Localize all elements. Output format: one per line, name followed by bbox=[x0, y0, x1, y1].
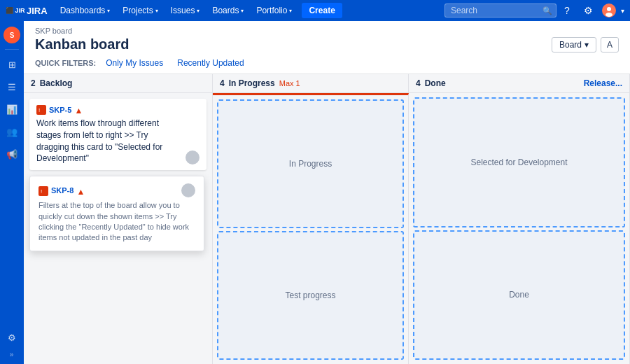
page-title-row: Kanban board Board ▾ A bbox=[35, 36, 619, 52]
inprogress-max: Max 1 bbox=[279, 79, 300, 88]
done-column: Selected for Development Done bbox=[409, 93, 630, 364]
card-skp8-tooltip[interactable]: ! SKP-8 ▲ Filters at the top of the boar… bbox=[29, 176, 204, 251]
card-id-row: ! SKP-8 ▲ bbox=[38, 183, 195, 197]
nav-projects[interactable]: Projects ▾ bbox=[117, 3, 163, 18]
search-input[interactable] bbox=[444, 4, 556, 18]
nav-boards[interactable]: Boards ▾ bbox=[206, 3, 249, 18]
done-count: 4 bbox=[416, 78, 421, 88]
sidebar-avatar[interactable]: S bbox=[4, 27, 20, 43]
settings-icon: ⚙ bbox=[584, 5, 593, 16]
top-navigation: ⬛ JIRA JIRA Dashboards ▾ Projects ▾ Issu… bbox=[0, 0, 630, 21]
backlog-column: ! SKP-5 ▲ Work items flow through differ… bbox=[24, 93, 213, 364]
search-icon: 🔍 bbox=[542, 6, 552, 15]
chevron-down-icon: ▾ bbox=[621, 7, 624, 15]
issue-type-icon: ! bbox=[38, 186, 48, 196]
inprogress-label: In Progress bbox=[229, 78, 275, 88]
card-id-row: ! SKP-5 ▲ bbox=[36, 104, 200, 115]
sidebar-expand[interactable]: » bbox=[10, 351, 15, 358]
svg-point-2 bbox=[607, 7, 611, 11]
done-inner: Selected for Development Done bbox=[409, 93, 629, 364]
done-column-header: 4 Done Release... bbox=[409, 74, 630, 92]
settings-button[interactable]: ⚙ bbox=[579, 1, 597, 20]
sidebar-item-home[interactable]: ⊞ bbox=[3, 55, 21, 74]
filter-recently-updated[interactable]: Recently Updated bbox=[173, 57, 248, 69]
card-text: Work items flow through different stages… bbox=[36, 118, 181, 164]
quick-filters-label: QUICK FILTERS: bbox=[35, 59, 96, 67]
done-label: Done bbox=[425, 78, 446, 88]
sidebar-item-announce[interactable]: 📢 bbox=[3, 145, 21, 163]
backlog-column-header: 2 Backlog bbox=[24, 74, 213, 92]
quick-filters-bar: QUICK FILTERS: Only My Issues Recently U… bbox=[24, 52, 630, 74]
nav-right-controls: ? ⚙ ▾ bbox=[558, 1, 624, 20]
chevron-down-icon: ▾ bbox=[584, 40, 589, 50]
inprogress-top-label: In Progress bbox=[289, 159, 332, 169]
card-issue-id: SKP-8 bbox=[51, 186, 74, 195]
chevron-down-icon: ▾ bbox=[155, 8, 158, 14]
card-avatar bbox=[181, 183, 195, 197]
board-columns: ! SKP-5 ▲ Work items flow through differ… bbox=[24, 93, 630, 364]
kanban-board: 2 Backlog 4 In Progress Max 1 4 Done Rel… bbox=[24, 74, 630, 364]
chevron-down-icon: ▾ bbox=[241, 8, 244, 14]
done-top-label: Selected for Development bbox=[470, 158, 567, 167]
card-issue-id: SKP-5 bbox=[49, 106, 71, 114]
inprogress-column-header: 4 In Progress Max 1 bbox=[213, 74, 409, 92]
priority-icon: ▲ bbox=[76, 187, 85, 195]
sidebar-separator bbox=[5, 49, 19, 50]
chevron-down-icon: ▾ bbox=[197, 8, 200, 14]
column-headers: 2 Backlog 4 In Progress Max 1 4 Done Rel… bbox=[24, 74, 630, 93]
create-button[interactable]: Create bbox=[302, 3, 342, 18]
inprogress-column: In Progress Test progress bbox=[213, 93, 409, 364]
announce-icon: 📢 bbox=[6, 149, 18, 160]
release-link[interactable]: Release... bbox=[584, 78, 622, 88]
filter-my-issues[interactable]: Only My Issues bbox=[102, 57, 167, 69]
card-avatar bbox=[186, 150, 200, 164]
svg-text:!: ! bbox=[41, 188, 42, 195]
home-icon: ⊞ bbox=[8, 59, 16, 70]
nav-portfolio[interactable]: Portfolio ▾ bbox=[251, 3, 298, 18]
sidebar-bottom: ⚙ » bbox=[3, 328, 21, 358]
done-bottom-label: Done bbox=[509, 290, 529, 300]
done-zone-top[interactable]: Selected for Development bbox=[413, 97, 625, 227]
sidebar-item-board[interactable]: ☰ bbox=[3, 78, 21, 96]
nav-issues[interactable]: Issues ▾ bbox=[165, 3, 206, 18]
help-icon: ? bbox=[564, 5, 570, 16]
chevron-down-icon: ▾ bbox=[289, 8, 292, 14]
logo-text: JIRA bbox=[27, 6, 48, 16]
left-sidebar: S ⊞ ☰ 📊 👥 📢 ⚙ » bbox=[0, 21, 24, 364]
user-avatar[interactable] bbox=[600, 1, 618, 20]
priority-icon: ▲ bbox=[74, 106, 83, 114]
sidebar-item-people[interactable]: 👥 bbox=[3, 122, 21, 141]
inprogress-count: 4 bbox=[220, 78, 225, 88]
search-wrapper: 🔍 bbox=[444, 4, 556, 18]
done-zone-bottom[interactable]: Done bbox=[413, 230, 625, 360]
inprogress-inner: In Progress Test progress bbox=[213, 95, 408, 364]
svg-point-3 bbox=[606, 13, 612, 17]
page-title: Kanban board bbox=[35, 36, 129, 52]
sidebar-item-chart[interactable]: 📊 bbox=[3, 100, 21, 118]
board-button[interactable]: Board ▾ bbox=[552, 37, 596, 52]
chevron-down-icon: ▾ bbox=[107, 8, 110, 14]
issue-type-icon: ! bbox=[36, 105, 46, 115]
jira-logo[interactable]: ⬛ JIRA JIRA bbox=[6, 5, 48, 16]
nav-dashboards[interactable]: Dashboards ▾ bbox=[55, 3, 116, 18]
main-content: SKP board Kanban board Board ▾ A QUICK F… bbox=[24, 21, 630, 364]
avatar-button[interactable]: A bbox=[601, 37, 619, 52]
inprogress-zone-top[interactable]: In Progress bbox=[217, 99, 404, 228]
page-header: SKP board Kanban board Board ▾ A bbox=[24, 21, 630, 52]
svg-text:!: ! bbox=[38, 107, 40, 113]
chart-icon: 📊 bbox=[6, 104, 18, 115]
svg-text:⬛ JIRA: ⬛ JIRA bbox=[6, 7, 25, 15]
backlog-count: 2 bbox=[31, 78, 36, 88]
backlog-label: Backlog bbox=[40, 78, 73, 88]
inprogress-bottom-label: Test progress bbox=[285, 290, 335, 300]
inprogress-zone-bottom[interactable]: Test progress bbox=[217, 231, 404, 360]
card-skp5[interactable]: ! SKP-5 ▲ Work items flow through differ… bbox=[29, 99, 206, 170]
gear-icon: ⚙ bbox=[8, 332, 16, 343]
sidebar-item-settings[interactable]: ⚙ bbox=[3, 328, 21, 346]
breadcrumb: SKP board bbox=[35, 27, 619, 35]
card-text: Filters at the top of the board allow yo… bbox=[38, 200, 195, 244]
header-buttons: Board ▾ A bbox=[552, 37, 619, 52]
user-icon bbox=[602, 4, 616, 18]
people-icon: 👥 bbox=[6, 127, 18, 137]
help-button[interactable]: ? bbox=[558, 1, 576, 20]
